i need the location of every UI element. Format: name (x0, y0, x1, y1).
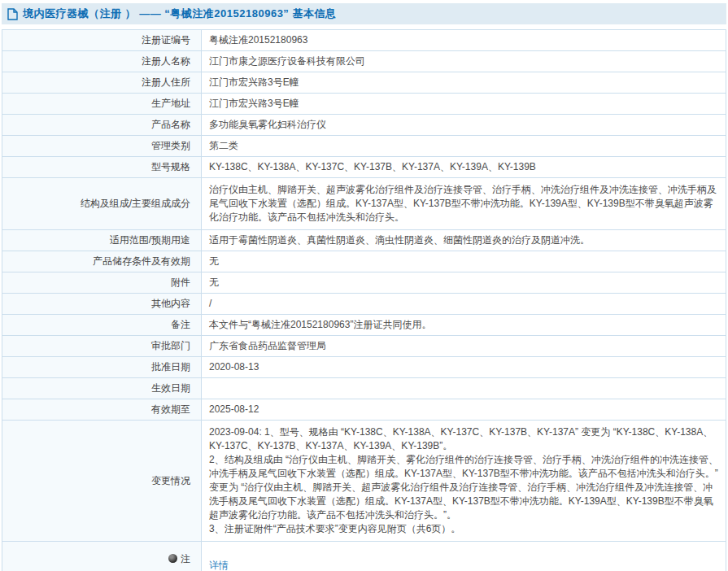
row-model-spec: 型号规格 KY-138C、KY-138A、KY-137C、KY-137B、KY-… (2, 157, 726, 178)
row-label: 变更情况 (2, 421, 202, 542)
row-registrant-address: 注册人住所 江门市宏兴路3号E幢 (2, 72, 726, 94)
row-label: 审批部门 (2, 336, 202, 357)
row-storage-conditions: 产品储存条件及有效期 无 (2, 251, 726, 272)
row-management-category: 管理类别 第二类 (2, 136, 726, 157)
row-value (202, 378, 726, 399)
row-value: 江门市宏兴路3号E幢 (202, 72, 726, 94)
row-valid-until: 有效期至 2025-08-12 (2, 399, 726, 421)
row-label: 产品储存条件及有效期 (2, 251, 202, 272)
row-structure-composition: 结构及组成/主要组成成分 治疗仪由主机、脚踏开关、超声波雾化治疗组件及治疗连接导… (2, 178, 726, 230)
row-label: 适用范围/预期用途 (2, 230, 202, 251)
registration-info-table: 注册证编号 粤械注准20152180963 注册人名称 江门市康之源医疗设备科技… (2, 29, 726, 571)
details-link[interactable]: 详情 (209, 560, 229, 571)
row-production-address: 生产地址 江门市宏兴路3号E幢 (2, 94, 726, 115)
row-approval-date: 批准日期 2020-08-13 (2, 357, 726, 378)
row-value: 江门市宏兴路3号E幢 (202, 94, 726, 115)
row-label: 备注 (2, 315, 202, 336)
row-intended-use: 适用范围/预期用途 适用于霉菌性阴道炎、真菌性阴道炎、滴虫性阴道炎、细菌性阴道炎… (2, 230, 726, 251)
row-label: 产品名称 (2, 115, 202, 136)
document-icon (7, 8, 18, 20)
row-label: 结构及组成/主要组成成分 (2, 178, 202, 230)
row-value: 江门市康之源医疗设备科技有限公司 (202, 51, 726, 72)
row-change-history: 变更情况 2023-09-04: 1、型号、规格由 “KY-138C、KY-13… (2, 421, 726, 542)
row-label: 批准日期 (2, 357, 202, 378)
row-label: 生效日期 (2, 378, 202, 399)
note-label: 注 (181, 553, 190, 564)
row-value: 广东省食品药品监督管理局 (202, 336, 726, 357)
page-header: 境内医疗器械（注册 ） —— “粤械注准20152180963” 基本信息 (2, 3, 726, 24)
row-value: 多功能臭氧雾化妇科治疗仪 (202, 115, 726, 136)
row-label: 注 (2, 542, 202, 571)
row-label: 型号规格 (2, 157, 202, 178)
page-title: 境内医疗器械（注册 ） —— “粤械注准20152180963” 基本信息 (23, 7, 336, 21)
row-value: / (202, 294, 726, 315)
row-value: 适用于霉菌性阴道炎、真菌性阴道炎、滴虫性阴道炎、细菌性阴道炎的治疗及阴道冲洗。 (202, 230, 726, 251)
row-value: KY-138C、KY-138A、KY-137C、KY-137B、KY-137A、… (202, 157, 726, 178)
row-registrant-name: 注册人名称 江门市康之源医疗设备科技有限公司 (2, 51, 726, 72)
row-value: 第二类 (202, 136, 726, 157)
row-label: 其他内容 (2, 294, 202, 315)
row-label: 管理类别 (2, 136, 202, 157)
row-value: 无 (202, 251, 726, 272)
row-label: 附件 (2, 272, 202, 294)
row-label: 生产地址 (2, 94, 202, 115)
row-value: 2025-08-12 (202, 399, 726, 421)
row-note: 注 详情 (2, 542, 726, 571)
medical-device-registration-page: 境内医疗器械（注册 ） —— “粤械注准20152180963” 基本信息 注册… (0, 0, 728, 571)
row-value: 粤械注准20152180963 (202, 30, 726, 51)
row-label: 注册证编号 (2, 30, 202, 51)
row-product-name: 产品名称 多功能臭氧雾化妇科治疗仪 (2, 115, 726, 136)
row-approval-department: 审批部门 广东省食品药品监督管理局 (2, 336, 726, 357)
row-remarks: 备注 本文件与“粤械注准20152180963”注册证共同使用。 (2, 315, 726, 336)
row-value: 无 (202, 272, 726, 294)
row-label: 注册人住所 (2, 72, 202, 94)
row-value: 详情 (202, 542, 726, 571)
row-registration-number: 注册证编号 粤械注准20152180963 (2, 30, 726, 51)
row-attachments: 附件 无 (2, 272, 726, 294)
row-value: 2020-08-13 (202, 357, 726, 378)
note-circle-icon (168, 554, 177, 563)
row-other-content: 其他内容 / (2, 294, 726, 315)
row-value: 本文件与“粤械注准20152180963”注册证共同使用。 (202, 315, 726, 336)
row-effective-date: 生效日期 (2, 378, 726, 399)
row-label: 注册人名称 (2, 51, 202, 72)
row-value: 2023-09-04: 1、型号、规格由 “KY-138C、KY-138A、KY… (202, 421, 726, 542)
row-label: 有效期至 (2, 399, 202, 421)
row-value: 治疗仪由主机、脚踏开关、超声波雾化治疗组件及治疗连接导管、治疗手柄、冲洗治疗组件… (202, 178, 726, 230)
